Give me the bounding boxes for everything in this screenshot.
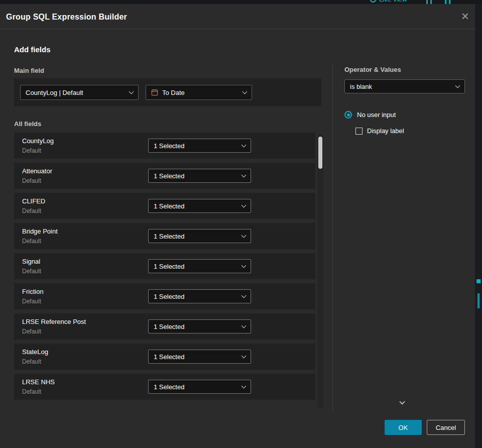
add-fields-heading: Add fields — [14, 45, 51, 54]
operator-select-value: is blank — [350, 83, 372, 90]
row-select-value: 1 Selected — [154, 383, 184, 391]
row-select-value: 1 Selected — [154, 202, 184, 210]
field-sub: Default — [22, 268, 41, 275]
scrollbar[interactable] — [317, 134, 323, 409]
chevron-down-icon — [242, 354, 247, 359]
field-row: Attenuator Default 1 Selected — [14, 163, 315, 189]
field-row: Bridge Point Default 1 Selected — [14, 223, 315, 249]
background-app-strip: Live View — [0, 0, 482, 4]
chevron-down-icon — [242, 203, 247, 208]
row-select[interactable]: 1 Selected — [148, 139, 251, 153]
chevron-down-icon — [455, 83, 460, 88]
field-name: CLIFED — [22, 197, 45, 205]
row-select[interactable]: 1 Selected — [148, 169, 251, 183]
background-toolbar-icon — [426, 0, 428, 4]
scrollbar-thumb[interactable] — [318, 137, 322, 169]
close-icon[interactable]: × — [461, 10, 469, 23]
field-name: LRSE Reference Post — [22, 318, 86, 325]
cancel-button[interactable]: Cancel — [427, 420, 465, 435]
row-select-value: 1 Selected — [154, 233, 184, 240]
background-right-strip — [475, 4, 482, 448]
checkbox-unchecked-icon[interactable] — [355, 128, 363, 135]
row-select-value: 1 Selected — [154, 172, 184, 180]
field-row: CLIFED Default 1 Selected — [14, 193, 315, 219]
chevron-down-icon — [242, 384, 247, 389]
row-select[interactable]: 1 Selected — [148, 350, 251, 364]
field-name: Bridge Point — [22, 228, 58, 235]
calendar-icon — [151, 89, 158, 96]
main-field-value-select-value: To Date — [162, 89, 185, 96]
field-sub: Default — [22, 388, 41, 395]
ok-button[interactable]: OK — [385, 420, 422, 435]
background-artifact — [477, 293, 479, 308]
background-toolbar-icon — [449, 0, 450, 4]
main-field-panel: CountyLog | Default To Date — [14, 78, 321, 106]
row-select[interactable]: 1 Selected — [148, 380, 251, 394]
group-sql-expression-builder-dialog: Group SQL Expression Builder × Add field… — [0, 4, 475, 448]
chevron-down-icon — [242, 263, 247, 268]
row-select[interactable]: 1 Selected — [148, 289, 251, 303]
row-select-value: 1 Selected — [154, 293, 184, 300]
row-select-value: 1 Selected — [154, 323, 184, 330]
chevron-down-icon — [243, 89, 248, 94]
all-fields-label: All fields — [14, 120, 41, 128]
no-user-input-label: No user input — [357, 111, 396, 119]
background-toolbar-icon — [430, 0, 432, 4]
field-sub: Default — [22, 177, 41, 184]
field-row: Friction Default 1 Selected — [14, 283, 315, 309]
row-select[interactable]: 1 Selected — [148, 229, 251, 243]
main-field-value-select[interactable]: To Date — [146, 85, 252, 100]
display-label-option[interactable]: Display label — [355, 127, 404, 135]
row-select[interactable]: 1 Selected — [148, 319, 251, 333]
all-fields-list: CountyLog Default 1 Selected Attenuator … — [14, 133, 315, 404]
field-name: Friction — [22, 288, 44, 295]
chevron-down-icon — [242, 293, 247, 298]
header-divider — [0, 29, 475, 29]
chevron-down-icon — [129, 89, 134, 94]
chevron-down-icon — [242, 323, 247, 328]
row-select-value: 1 Selected — [154, 142, 184, 150]
field-sub: Default — [22, 238, 41, 245]
field-sub: Default — [22, 328, 41, 335]
no-user-input-option[interactable]: No user input — [344, 111, 396, 119]
main-field-select-value: CountyLog | Default — [26, 89, 83, 96]
column-divider — [332, 63, 333, 412]
chevron-down-icon — [242, 173, 247, 178]
field-sub: Default — [22, 298, 41, 305]
field-name: StateLog — [22, 348, 48, 356]
live-view-indicator: Live View — [370, 0, 407, 3]
row-select[interactable]: 1 Selected — [148, 259, 251, 273]
field-row: Signal Default 1 Selected — [14, 253, 315, 279]
main-field-select[interactable]: CountyLog | Default — [20, 85, 139, 100]
display-label-text: Display label — [367, 127, 404, 135]
operator-values-label: Operator & Values — [344, 66, 401, 73]
field-name: LRSE NHS — [22, 378, 55, 386]
field-sub: Default — [22, 147, 41, 154]
row-select-value: 1 Selected — [154, 353, 184, 361]
field-sub: Default — [22, 207, 41, 214]
field-row: StateLog Default 1 Selected — [14, 344, 315, 370]
operator-select[interactable]: is blank — [344, 79, 465, 93]
background-toolbar-icon — [445, 0, 446, 4]
radio-selected-icon[interactable] — [344, 111, 352, 119]
main-field-label: Main field — [14, 67, 44, 74]
live-view-label: Live View — [379, 0, 407, 3]
field-row: LRSE NHS Default 1 Selected — [14, 374, 315, 400]
live-view-icon — [370, 0, 376, 3]
row-select[interactable]: 1 Selected — [148, 199, 251, 213]
row-select-value: 1 Selected — [154, 263, 184, 270]
field-row: CountyLog Default 1 Selected — [14, 133, 315, 159]
field-name: CountyLog — [22, 137, 54, 145]
scroll-down-icon[interactable] — [399, 399, 405, 404]
chevron-down-icon — [242, 233, 247, 238]
background-artifact — [476, 279, 480, 283]
field-row: LRSE Reference Post Default 1 Selected — [14, 313, 315, 340]
field-name: Signal — [22, 258, 40, 265]
dialog-title: Group SQL Expression Builder — [6, 13, 127, 22]
chevron-down-icon — [242, 143, 247, 148]
field-name: Attenuator — [22, 167, 52, 175]
field-sub: Default — [22, 358, 41, 365]
